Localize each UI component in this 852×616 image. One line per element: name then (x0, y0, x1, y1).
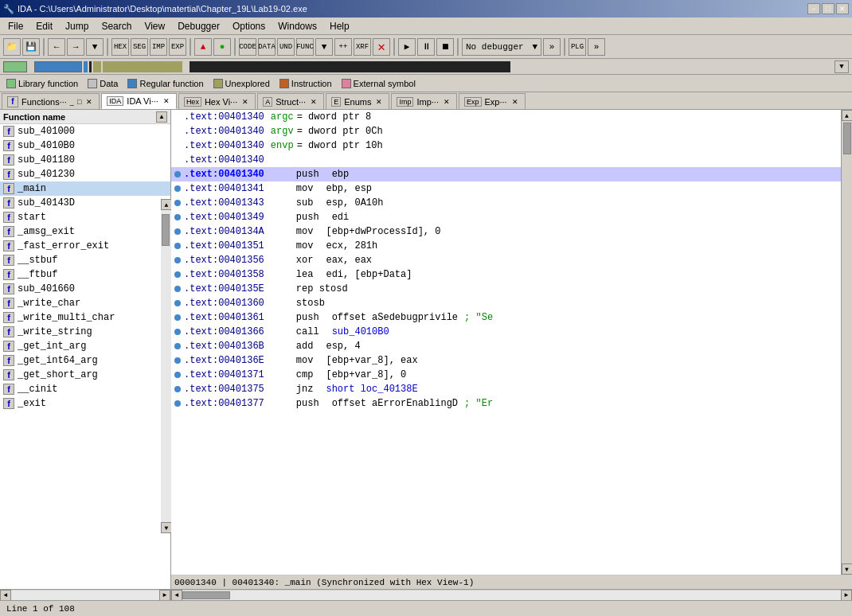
func-drop[interactable]: ▼ (315, 38, 333, 56)
disasm-line-9[interactable]: .text:00401351 mov ecx, 281h (171, 239, 841, 253)
tab-functions-minimize[interactable]: _ (70, 98, 74, 106)
menu-debugger[interactable]: Debugger (171, 19, 226, 33)
maximize-button[interactable]: □ (822, 3, 834, 14)
tab-functions[interactable]: f Functions··· _ □ ✕ (2, 93, 100, 109)
run-button[interactable]: ● (213, 38, 231, 56)
func-write-string[interactable]: f _write_string (0, 325, 170, 339)
func-ftbuf[interactable]: f __ftbuf (0, 267, 170, 282)
disasm-line-11[interactable]: .text:00401358 lea edi, [ebp+Data] (171, 267, 841, 282)
disasm-line-5[interactable]: .text:00401341 mov ebp, esp (171, 181, 841, 196)
tab-hex-view[interactable]: Hex Hex Vi··· ✕ (178, 93, 256, 109)
tab-structs-close[interactable]: ✕ (309, 97, 319, 107)
func-main[interactable]: f _main (0, 181, 170, 196)
tab-imports[interactable]: Imp Imp··· ✕ (391, 93, 457, 109)
disasm-hscroll-thumb[interactable] (182, 591, 230, 599)
func-scroll-up-arrow[interactable]: ▲ (161, 199, 172, 210)
func-sub-401660[interactable]: f sub_401660 (0, 282, 170, 296)
menu-view[interactable]: View (138, 19, 171, 33)
tab-functions-float[interactable]: □ (77, 98, 81, 106)
func-scroll-down-arrow[interactable]: ▼ (161, 522, 172, 533)
tab-hex-close[interactable]: ✕ (240, 97, 250, 107)
tab-imports-close[interactable]: ✕ (442, 97, 451, 107)
disasm-line-18[interactable]: .text:00401371 cmp [ebp+var_8], 0 (171, 368, 841, 382)
imports-btn[interactable]: IMP (150, 38, 167, 56)
disasm-line-10[interactable]: .text:00401356 xor eax, eax (171, 253, 841, 267)
nav-regular2[interactable] (84, 61, 88, 72)
undefine-button[interactable]: UND (277, 38, 295, 56)
tab-exports-close[interactable]: ✕ (510, 97, 520, 107)
exports-btn[interactable]: EXP (169, 38, 186, 56)
tab-ida-close[interactable]: ✕ (162, 96, 171, 106)
func-get-int-arg[interactable]: f _get_int_arg (0, 339, 170, 353)
disasm-line-14[interactable]: .text:00401361 push offset aSedebugprivi… (171, 310, 841, 325)
func-sub-401230[interactable]: f sub_401230 (0, 167, 170, 181)
func-button[interactable]: FUNC (296, 38, 314, 56)
disasm-vscroll-down[interactable]: ▼ (842, 563, 853, 575)
plugin-more[interactable]: » (588, 38, 605, 56)
forward-button[interactable]: → (67, 38, 84, 56)
save-button[interactable]: 💾 (22, 38, 40, 56)
func-write-multi-char[interactable]: f _write_multi_char (0, 310, 170, 325)
dbg-play[interactable]: ▶ (398, 38, 416, 56)
func-sub-4010b0[interactable]: f sub_4010B0 (0, 138, 170, 153)
dbg-more[interactable]: » (543, 38, 561, 56)
segments-button[interactable]: SEG (131, 38, 148, 56)
func-sub-401180[interactable]: f sub_401180 (0, 153, 170, 167)
nav-regular[interactable] (34, 61, 82, 72)
func-amsg-exit[interactable]: f _amsg_exit (0, 224, 170, 239)
disasm-content[interactable]: .text:00401340 argc = dword ptr 8 .text:… (171, 110, 841, 575)
menu-jump[interactable]: Jump (59, 19, 95, 33)
disasm-line-17[interactable]: .text:0040136E mov [ebp+var_8], eax (171, 353, 841, 368)
func-get-short-arg[interactable]: f _get_short_arg (0, 368, 170, 382)
close-window-button[interactable]: ✕ (836, 3, 849, 14)
menu-file[interactable]: File (2, 19, 29, 33)
func-get-int64-arg[interactable]: f _get_int64_arg (0, 353, 170, 368)
disasm-line-4[interactable]: .text:00401340 push ebp (171, 167, 841, 181)
menu-edit[interactable]: Edit (29, 19, 59, 33)
func-cinit[interactable]: f __cinit (0, 382, 170, 396)
func-hscroll-left[interactable]: ◄ (0, 590, 11, 601)
menu-search[interactable]: Search (95, 19, 138, 33)
tab-enums[interactable]: E Enums ✕ (326, 93, 389, 109)
func-hscroll-right[interactable]: ► (159, 590, 170, 601)
disasm-hscroll-left[interactable]: ◄ (171, 590, 182, 601)
disasm-line-6[interactable]: .text:00401343 sub esp, 0A10h (171, 196, 841, 210)
func-sub-40143d[interactable]: f sub_40143D (0, 196, 170, 210)
disasm-line-7[interactable]: .text:00401349 push edi (171, 210, 841, 224)
disasm-line-19[interactable]: .text:00401375 jnz short loc_40138E (171, 382, 841, 396)
tab-enums-close[interactable]: ✕ (374, 97, 384, 107)
graph-button[interactable]: ▲ (194, 38, 212, 56)
data-button[interactable]: DATA (258, 38, 276, 56)
menu-windows[interactable]: Windows (272, 19, 323, 33)
dbg-stop2[interactable]: ⏹ (436, 38, 454, 56)
minimize-button[interactable]: − (807, 3, 820, 14)
disasm-line-15[interactable]: .text:00401366 call sub_4010B0 (171, 325, 841, 339)
func-fast-error-exit[interactable]: f _fast_error_exit (0, 239, 170, 253)
open-button[interactable]: 📁 (3, 38, 21, 56)
func-stbuf[interactable]: f __stbuf (0, 253, 170, 267)
nav-library[interactable] (3, 61, 27, 72)
nav-more[interactable]: ▼ (86, 38, 104, 56)
func-scroll-up[interactable]: ▲ (156, 111, 167, 123)
more-button[interactable]: ++ (334, 38, 352, 56)
stop-button[interactable]: ✕ (373, 38, 390, 56)
disasm-line-8[interactable]: .text:0040134A mov [ebp+dwProcessId], 0 (171, 224, 841, 239)
nav-unexplored[interactable] (93, 61, 101, 72)
nav-unexplored2[interactable] (103, 61, 182, 72)
disasm-hscroll-right[interactable]: ► (841, 590, 852, 601)
disasm-line-16[interactable]: .text:0040136B add esp, 4 (171, 339, 841, 353)
menu-options[interactable]: Options (226, 19, 272, 33)
tab-exports[interactable]: Exp Exp··· ✕ (459, 93, 526, 109)
debugger-dropdown[interactable]: No debugger ▼ (462, 38, 541, 56)
tab-structs[interactable]: A Struct··· ✕ (257, 93, 324, 109)
func-start[interactable]: f start (0, 210, 170, 224)
back-button[interactable]: ← (48, 38, 65, 56)
xref-button[interactable]: XRF (354, 38, 371, 56)
disasm-line-12[interactable]: .text:0040135E rep stosd (171, 282, 841, 296)
plugin-button[interactable]: PLG (569, 38, 586, 56)
nav-scroll-right[interactable]: ▼ (834, 60, 849, 73)
disasm-line-13[interactable]: .text:00401360 stosb (171, 296, 841, 310)
func-exit[interactable]: f _exit (0, 396, 170, 411)
disasm-line-20[interactable]: .text:00401377 push offset aErrorEnablin… (171, 396, 841, 411)
menu-help[interactable]: Help (323, 19, 356, 33)
